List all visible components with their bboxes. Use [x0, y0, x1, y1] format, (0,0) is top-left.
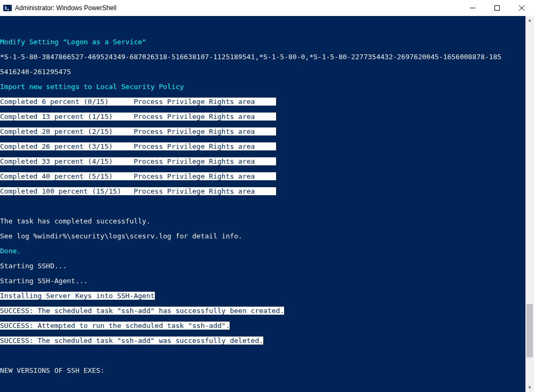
- vertical-scrollbar[interactable]: ▲ ▼: [525, 16, 534, 392]
- output-line: The task has completed successfully.: [0, 218, 534, 225]
- close-button[interactable]: [509, 0, 534, 16]
- powershell-icon: [3, 4, 12, 12]
- output-line: 5416240-261295475: [0, 68, 534, 76]
- output-line: See log %windir%\security\logs\scesrv.lo…: [0, 233, 534, 240]
- scroll-up-icon[interactable]: ▲: [525, 16, 534, 25]
- output-line: Done.: [0, 247, 21, 255]
- titlebar[interactable]: Administrator: Windows PowerShell: [0, 0, 534, 16]
- output-line: SUCCESS: The scheduled task "ssh-add" ha…: [0, 307, 284, 315]
- minimize-button[interactable]: [460, 0, 485, 16]
- output-line: Import new settings to Local Security Po…: [0, 83, 184, 91]
- terminal-content: Modify Setting "Logon as a Service" *S-1…: [0, 31, 534, 392]
- output-line: Completed 40 percent (5/15) Process Priv…: [0, 172, 276, 180]
- output-line: SUCCESS: The scheduled task "ssh-add" wa…: [0, 337, 263, 345]
- svg-rect-0: [3, 5, 12, 11]
- output-line: Completed 100 percent (15/15) Process Pr…: [0, 187, 276, 195]
- output-line: Completed 26 percent (3/15) Process Priv…: [0, 142, 276, 150]
- output-line: *S-1-5-80-3847866527-469524349-687026318…: [0, 53, 534, 61]
- output-line: Installing Server Keys into SSH-Agent: [0, 292, 155, 300]
- output-line: [0, 382, 534, 389]
- output-line: Completed 33 percent (4/15) Process Priv…: [0, 157, 276, 165]
- output-line: [0, 203, 534, 210]
- terminal-area[interactable]: Modify Setting "Logon as a Service" *S-1…: [0, 16, 534, 392]
- output-line: Completed 20 percent (2/15) Process Priv…: [0, 127, 276, 135]
- output-line: [0, 352, 534, 359]
- output-line: Starting SSHD...: [0, 262, 534, 270]
- output-line: Starting SSH-Agent...: [0, 277, 534, 285]
- output-line: NEW VERSIONS OF SSH EXES:: [0, 367, 534, 374]
- window-title: Administrator: Windows PowerShell: [15, 4, 116, 12]
- output-line: Completed 6 percent (0/15) Process Privi…: [0, 98, 276, 106]
- output-line: Completed 13 percent (1/15) Process Priv…: [0, 113, 276, 121]
- maximize-button[interactable]: [485, 0, 509, 16]
- svg-rect-3: [495, 6, 500, 11]
- window[interactable]: Administrator: Windows PowerShell Modify…: [0, 0, 534, 392]
- scroll-thumb[interactable]: [527, 304, 533, 357]
- scroll-down-icon[interactable]: ▼: [525, 383, 534, 392]
- output-line: SUCCESS: Attempted to run the scheduled …: [0, 322, 230, 330]
- output-line: Modify Setting "Logon as a Service": [0, 38, 146, 46]
